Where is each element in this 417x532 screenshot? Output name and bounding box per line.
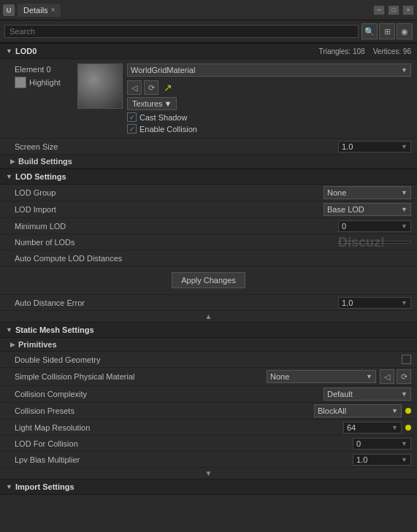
minimum-lod-value-col: 0 ▼ [338,220,411,232]
cast-shadow-checkbox[interactable] [127,112,137,122]
screen-size-input[interactable]: 1.0 ▼ [338,141,411,153]
watermark: Discuz! [338,235,385,250]
light-map-input[interactable]: 64 ▼ [343,422,402,433]
lpv-bias-row: Lpv Bias Multiplier 1.0 ▼ [0,452,417,468]
auto-distance-error-input[interactable]: 1.0 ▼ [338,297,411,309]
collision-presets-arrow: ▼ [391,407,398,415]
lod-collision-label: LOD For Collision [15,439,353,448]
material-controls: WorldGridMaterial ▼ ◁ ⟳ ↗ Textures ▼ Cas… [127,63,411,134]
minimum-lod-arrow: ▼ [401,223,408,230]
lod-settings-header[interactable]: ▼ LOD Settings [0,169,417,185]
material-dropdown[interactable]: WorldGridMaterial ▼ [127,63,411,77]
light-map-indicator [405,425,411,431]
lod-settings-title: LOD Settings [15,172,66,181]
down-scroll-icon[interactable]: ▼ [205,469,213,477]
apply-changes-button[interactable]: Apply Changes [172,272,245,288]
primitives-header[interactable]: ▶ Primitives [0,338,417,352]
cast-shadow-label: Cast Shadow [139,113,187,122]
lod0-collapse-icon: ▼ [6,47,12,55]
material-find-button[interactable]: ⟳ [144,80,158,95]
static-mesh-collapse-icon: ▼ [6,326,12,334]
lod-collision-input[interactable]: 0 ▼ [353,438,411,450]
import-settings-header-left: ▼ Import Settings [6,482,74,491]
up-scroll-icon[interactable]: ▲ [205,312,213,320]
collision-complexity-row: Collision Complexity Default ▼ [0,386,417,403]
search-icons: 🔍 ⊞ ◉ [361,23,413,39]
number-of-lods-label: Number of LODs [15,238,338,247]
title-bar-left: U Details × [3,4,61,17]
simple-collision-find-button[interactable]: ⟳ [397,369,411,384]
search-bar: 🔍 ⊞ ◉ [0,20,417,43]
lod0-section-header[interactable]: ▼ LOD0 Triangles: 108 Vertices: 96 [0,43,417,59]
element-label: Element 0 Highlight [15,63,73,88]
material-top-row: WorldGridMaterial ▼ [127,63,411,77]
build-settings-title: Build Settings [18,157,72,166]
lod-collision-arrow: ▼ [401,440,408,447]
link-icon: ↗ [164,82,172,93]
screen-size-label: Screen Size [15,142,338,151]
lod-import-arrow: ▼ [401,206,408,213]
material-thumbnail[interactable] [77,63,123,109]
lod-group-dropdown[interactable]: None ▼ [324,186,411,199]
collision-complexity-dropdown[interactable]: Default ▼ [324,388,411,401]
auto-distance-error-label: Auto Distance Error [15,298,338,307]
minimum-lod-label: Minimum LOD [15,222,338,231]
textures-button[interactable]: Textures ▼ [127,97,177,110]
scroll-arrow-bottom-row: ▼ [0,468,417,479]
auto-compute-label: Auto Compute LOD Distances [15,254,411,263]
collision-presets-dropdown[interactable]: BlockAll ▼ [314,404,402,417]
import-settings-header[interactable]: ▼ Import Settings [0,479,417,495]
highlight-color-swatch[interactable] [15,77,26,88]
enable-collision-row: Enable Collision [127,124,411,134]
lod0-header-left: ▼ LOD0 [6,47,37,55]
auto-distance-error-value-col: 1.0 ▼ [338,297,411,309]
minimum-lod-row: Minimum LOD 0 ▼ [0,218,417,234]
light-map-label: Light Map Resolution [15,423,343,432]
build-settings-header[interactable]: ▶ Build Settings [0,155,417,169]
light-map-value-col: 64 ▼ [343,422,411,433]
collision-complexity-label: Collision Complexity [15,390,324,398]
import-settings-collapse-icon: ▼ [6,483,12,490]
lod-settings-header-left: ▼ LOD Settings [6,172,66,181]
title-bar: U Details × ─ □ × [0,0,417,20]
simple-collision-back-button[interactable]: ◁ [380,369,394,384]
minimize-button[interactable]: ─ [373,5,385,15]
tab-close-button[interactable]: × [51,6,56,14]
lod-group-row: LOD Group None ▼ [0,185,417,201]
light-map-arrow: ▼ [391,424,398,431]
maximize-button[interactable]: □ [388,5,399,15]
title-tab[interactable]: Details × [18,4,61,17]
minimum-lod-input[interactable]: 0 ▼ [338,220,411,232]
lod-import-value-col: Base LOD ▼ [324,203,411,216]
collision-presets-indicator [405,408,411,414]
double-sided-row: Double Sided Geometry [0,352,417,368]
eye-button[interactable]: ◉ [397,23,413,39]
highlight-row: Highlight [15,77,73,88]
lod-import-row: LOD Import Base LOD ▼ [0,201,417,218]
collision-presets-row: Collision Presets BlockAll ▼ [0,403,417,420]
link-icon-placeholder: ↗ [164,82,172,93]
material-back-button[interactable]: ◁ [127,80,142,95]
grid-view-button[interactable]: ⊞ [379,23,395,39]
static-mesh-settings-header[interactable]: ▼ Static Mesh Settings [0,322,417,338]
lod-collision-row: LOD For Collision 0 ▼ [0,436,417,452]
lod-import-dropdown[interactable]: Base LOD ▼ [324,203,411,216]
number-of-lods-value-col: Discuz! [338,241,411,244]
screen-size-arrow: ▼ [401,143,408,150]
window-controls: ─ □ × [373,5,414,15]
lpv-bias-input[interactable]: 1.0 ▼ [353,454,411,466]
close-button[interactable]: × [402,5,414,15]
screen-size-value-col: 1.0 ▼ [338,141,411,153]
enable-collision-checkbox[interactable] [127,124,137,134]
simple-collision-dropdown[interactable]: None ▼ [267,370,376,383]
search-button[interactable]: 🔍 [361,23,378,39]
double-sided-checkbox[interactable] [402,355,411,364]
primitives-title: Primitives [18,340,57,349]
lod0-title: LOD0 [15,47,37,55]
lpv-bias-value-col: 1.0 ▼ [353,454,411,466]
cast-shadow-row: Cast Shadow [127,112,411,122]
search-input[interactable] [4,25,359,38]
number-of-lods-input[interactable]: Discuz! [338,241,411,244]
tab-label: Details [23,6,48,15]
collision-presets-value-col: BlockAll ▼ [314,404,411,417]
